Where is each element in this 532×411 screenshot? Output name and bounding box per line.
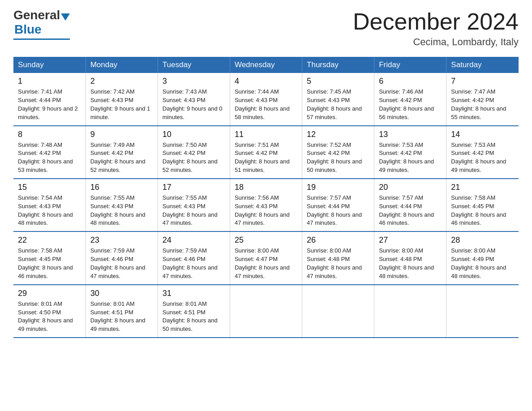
day-info: Sunrise: 7:50 AM Sunset: 4:42 PM Dayligh…: [163, 141, 225, 175]
table-row: 20 Sunrise: 7:57 AM Sunset: 4:44 PM Dayl…: [374, 179, 446, 231]
col-sunday: Sunday: [13, 57, 86, 73]
day-number: 5: [307, 77, 369, 86]
day-info: Sunrise: 7:59 AM Sunset: 4:46 PM Dayligh…: [163, 247, 225, 280]
table-row: 18 Sunrise: 7:56 AM Sunset: 4:43 PM Dayl…: [230, 179, 302, 231]
day-number: 11: [235, 130, 297, 139]
day-number: 21: [451, 183, 514, 192]
day-number: 12: [307, 130, 369, 139]
day-info: Sunrise: 7:57 AM Sunset: 4:44 PM Dayligh…: [307, 194, 369, 227]
day-info: Sunrise: 7:42 AM Sunset: 4:43 PM Dayligh…: [90, 88, 153, 121]
location-title: Cecima, Lombardy, Italy: [353, 36, 519, 48]
table-row: 21 Sunrise: 7:58 AM Sunset: 4:45 PM Dayl…: [446, 179, 519, 231]
day-info: Sunrise: 7:54 AM Sunset: 4:43 PM Dayligh…: [18, 194, 81, 227]
day-info: Sunrise: 8:01 AM Sunset: 4:51 PM Dayligh…: [163, 300, 225, 334]
day-info: Sunrise: 7:56 AM Sunset: 4:43 PM Dayligh…: [235, 194, 297, 227]
logo-underline: [13, 39, 70, 40]
month-title: December 2024: [353, 9, 519, 34]
logo-triangle-icon: [61, 13, 70, 21]
day-number: 14: [451, 130, 514, 139]
table-row: [230, 285, 302, 338]
day-number: 19: [307, 183, 369, 192]
day-number: 7: [451, 77, 514, 86]
col-friday: Friday: [374, 57, 446, 73]
day-info: Sunrise: 7:43 AM Sunset: 4:43 PM Dayligh…: [163, 88, 225, 121]
calendar-week-row: 22 Sunrise: 7:58 AM Sunset: 4:45 PM Dayl…: [13, 231, 519, 284]
table-row: 6 Sunrise: 7:46 AM Sunset: 4:42 PM Dayli…: [374, 73, 446, 125]
day-number: 30: [90, 289, 153, 298]
table-row: 9 Sunrise: 7:49 AM Sunset: 4:42 PM Dayli…: [86, 126, 158, 179]
day-info: Sunrise: 7:48 AM Sunset: 4:42 PM Dayligh…: [18, 141, 81, 175]
table-row: 29 Sunrise: 8:01 AM Sunset: 4:50 PM Dayl…: [13, 285, 86, 338]
day-info: Sunrise: 7:49 AM Sunset: 4:42 PM Dayligh…: [90, 141, 153, 175]
day-number: 27: [379, 235, 442, 245]
col-tuesday: Tuesday: [158, 57, 230, 73]
day-number: 18: [235, 183, 297, 192]
table-row: 7 Sunrise: 7:47 AM Sunset: 4:42 PM Dayli…: [446, 73, 519, 125]
day-number: 4: [235, 77, 297, 86]
day-info: Sunrise: 7:45 AM Sunset: 4:43 PM Dayligh…: [307, 88, 369, 121]
calendar-week-row: 8 Sunrise: 7:48 AM Sunset: 4:42 PM Dayli…: [13, 126, 519, 179]
table-row: 2 Sunrise: 7:42 AM Sunset: 4:43 PM Dayli…: [86, 73, 158, 125]
day-number: 17: [163, 183, 225, 192]
col-monday: Monday: [86, 57, 158, 73]
day-info: Sunrise: 8:00 AM Sunset: 4:48 PM Dayligh…: [379, 247, 442, 280]
table-row: 27 Sunrise: 8:00 AM Sunset: 4:48 PM Dayl…: [374, 231, 446, 284]
day-info: Sunrise: 7:58 AM Sunset: 4:45 PM Dayligh…: [18, 247, 81, 280]
table-row: [446, 285, 519, 338]
calendar-week-row: 15 Sunrise: 7:54 AM Sunset: 4:43 PM Dayl…: [13, 179, 519, 231]
header: General Blue December 2024 Cecima, Lomba…: [13, 9, 519, 48]
table-row: 30 Sunrise: 8:01 AM Sunset: 4:51 PM Dayl…: [86, 285, 158, 338]
calendar-table: Sunday Monday Tuesday Wednesday Thursday…: [13, 57, 519, 338]
day-info: Sunrise: 7:51 AM Sunset: 4:42 PM Dayligh…: [235, 141, 297, 175]
day-number: 31: [163, 289, 225, 298]
table-row: 11 Sunrise: 7:51 AM Sunset: 4:42 PM Dayl…: [230, 126, 302, 179]
day-info: Sunrise: 7:52 AM Sunset: 4:42 PM Dayligh…: [307, 141, 369, 175]
day-info: Sunrise: 7:55 AM Sunset: 4:43 PM Dayligh…: [163, 194, 225, 227]
day-info: Sunrise: 7:59 AM Sunset: 4:46 PM Dayligh…: [90, 247, 153, 280]
day-info: Sunrise: 8:01 AM Sunset: 4:51 PM Dayligh…: [90, 300, 153, 334]
table-row: 4 Sunrise: 7:44 AM Sunset: 4:43 PM Dayli…: [230, 73, 302, 125]
day-number: 6: [379, 77, 442, 86]
table-row: 22 Sunrise: 7:58 AM Sunset: 4:45 PM Dayl…: [13, 231, 86, 284]
day-number: 16: [90, 183, 153, 192]
day-info: Sunrise: 7:44 AM Sunset: 4:43 PM Dayligh…: [235, 88, 297, 121]
day-number: 10: [163, 130, 225, 139]
table-row: 31 Sunrise: 8:01 AM Sunset: 4:51 PM Dayl…: [158, 285, 230, 338]
day-number: 1: [18, 77, 81, 86]
col-wednesday: Wednesday: [230, 57, 302, 73]
day-info: Sunrise: 8:00 AM Sunset: 4:48 PM Dayligh…: [307, 247, 369, 280]
logo-blue-text: Blue: [14, 22, 42, 37]
table-row: 1 Sunrise: 7:41 AM Sunset: 4:44 PM Dayli…: [13, 73, 86, 125]
calendar-week-row: 1 Sunrise: 7:41 AM Sunset: 4:44 PM Dayli…: [13, 73, 519, 125]
calendar-week-row: 29 Sunrise: 8:01 AM Sunset: 4:50 PM Dayl…: [13, 285, 519, 338]
table-row: 24 Sunrise: 7:59 AM Sunset: 4:46 PM Dayl…: [158, 231, 230, 284]
table-row: 28 Sunrise: 8:00 AM Sunset: 4:49 PM Dayl…: [446, 231, 519, 284]
col-thursday: Thursday: [302, 57, 374, 73]
table-row: 26 Sunrise: 8:00 AM Sunset: 4:48 PM Dayl…: [302, 231, 374, 284]
day-number: 13: [379, 130, 442, 139]
table-row: [374, 285, 446, 338]
day-number: 9: [90, 130, 153, 139]
table-row: [302, 285, 374, 338]
table-row: 16 Sunrise: 7:55 AM Sunset: 4:43 PM Dayl…: [86, 179, 158, 231]
day-info: Sunrise: 7:58 AM Sunset: 4:45 PM Dayligh…: [451, 194, 514, 227]
day-info: Sunrise: 8:00 AM Sunset: 4:49 PM Dayligh…: [451, 247, 514, 280]
day-number: 15: [18, 183, 81, 192]
table-row: 14 Sunrise: 7:53 AM Sunset: 4:42 PM Dayl…: [446, 126, 519, 179]
day-number: 29: [18, 289, 81, 298]
day-number: 26: [307, 235, 369, 245]
table-row: 8 Sunrise: 7:48 AM Sunset: 4:42 PM Dayli…: [13, 126, 86, 179]
day-number: 24: [163, 235, 225, 245]
day-info: Sunrise: 7:46 AM Sunset: 4:42 PM Dayligh…: [379, 88, 442, 121]
day-info: Sunrise: 7:53 AM Sunset: 4:42 PM Dayligh…: [451, 141, 514, 175]
table-row: 15 Sunrise: 7:54 AM Sunset: 4:43 PM Dayl…: [13, 179, 86, 231]
day-number: 28: [451, 235, 514, 245]
day-number: 23: [90, 235, 153, 245]
table-row: 25 Sunrise: 8:00 AM Sunset: 4:47 PM Dayl…: [230, 231, 302, 284]
day-info: Sunrise: 7:41 AM Sunset: 4:44 PM Dayligh…: [18, 88, 81, 121]
table-row: 12 Sunrise: 7:52 AM Sunset: 4:42 PM Dayl…: [302, 126, 374, 179]
col-saturday: Saturday: [446, 57, 519, 73]
day-info: Sunrise: 7:57 AM Sunset: 4:44 PM Dayligh…: [379, 194, 442, 227]
table-row: 10 Sunrise: 7:50 AM Sunset: 4:42 PM Dayl…: [158, 126, 230, 179]
day-number: 25: [235, 235, 297, 245]
